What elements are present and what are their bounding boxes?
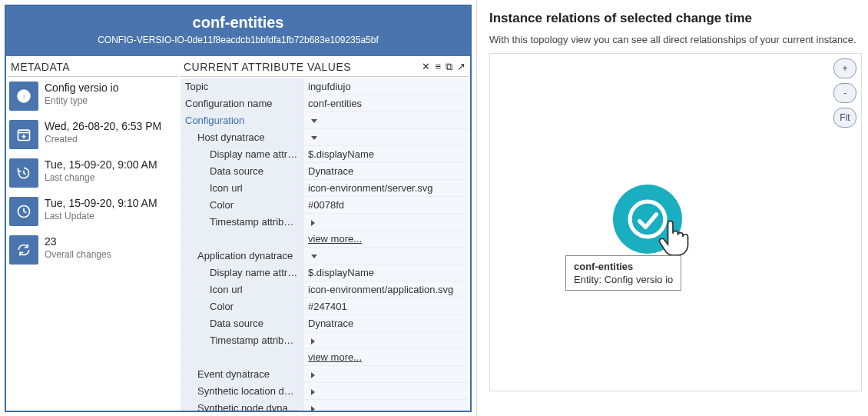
outdent-icon[interactable]: ⧉	[446, 61, 452, 73]
card-header: conf-entities CONFIG-VERSIO-IO-0de11f8ea…	[6, 6, 470, 56]
attribute-key: Display name attribute	[181, 265, 303, 281]
card-subtitle: CONFIG-VERSIO-IO-0de11f8eacdcb1bbfdfa1fb…	[12, 35, 464, 45]
fit-button[interactable]: Fit	[833, 108, 856, 128]
attribute-row: Color#0078fd	[181, 197, 469, 214]
attribute-key: Configuration name	[181, 95, 303, 111]
attribute-key[interactable]	[181, 231, 303, 247]
calendar-plus-icon	[9, 120, 38, 149]
history-icon	[9, 158, 38, 188]
attribute-row[interactable]: Synthetic location dyn…	[181, 383, 469, 400]
popout-icon[interactable]: ↗	[457, 61, 465, 73]
relations-title: Instance relations of selected change ti…	[489, 11, 862, 26]
instance-card: conf-entities CONFIG-VERSIO-IO-0de11f8ea…	[5, 5, 472, 412]
refresh-icon	[9, 235, 38, 265]
node-tooltip: conf-entities Entity: Config versio io	[565, 255, 681, 291]
attribute-value: Dynatrace	[303, 315, 469, 331]
metadata-label: Created	[45, 134, 161, 145]
metadata-section-title: METADATA	[8, 59, 177, 77]
attribute-value	[303, 129, 469, 145]
chevron-right-icon[interactable]	[311, 406, 315, 411]
attribute-key[interactable]: Configuration	[181, 112, 303, 128]
metadata-value: Wed, 26-08-20, 6:53 PM	[45, 120, 161, 132]
list-icon[interactable]: ≡	[435, 61, 441, 73]
zoom-out-button[interactable]: -	[833, 83, 856, 103]
chevron-down-icon[interactable]	[311, 255, 317, 258]
attribute-key: Icon url	[181, 281, 303, 298]
attribute-value: $.displayName	[303, 265, 469, 281]
attribute-value: view more...	[303, 231, 469, 247]
metadata-row: Wed, 26-08-20, 6:53 PMCreated	[8, 118, 177, 157]
shuffle-icon[interactable]: ✕	[422, 61, 430, 73]
metadata-label: Last Update	[45, 211, 157, 221]
chevron-right-icon[interactable]	[311, 220, 315, 226]
attribute-value: #247401	[303, 298, 469, 314]
zoom-in-button[interactable]: +	[833, 58, 856, 78]
attribute-row[interactable]: Synthetic node dynatra…	[181, 400, 469, 411]
attribute-row[interactable]: view more...	[181, 349, 469, 366]
attribute-key[interactable]: Synthetic location dyn…	[181, 383, 303, 399]
attribute-row: Icon urlicon-environment/application.svg	[181, 281, 469, 298]
attribute-value	[303, 332, 469, 348]
attribute-key[interactable]: Synthetic node dynatra…	[181, 400, 303, 411]
attribute-key: Data source	[181, 163, 303, 179]
attribute-value: icon-environment/application.svg	[303, 281, 469, 298]
metadata-value: Tue, 15-09-20, 9:10 AM	[45, 197, 157, 209]
metadata-row: 23Overall changes	[8, 234, 177, 272]
attribute-key[interactable]: Timestamp attributes…	[181, 214, 303, 230]
chevron-right-icon[interactable]	[311, 338, 315, 344]
chevron-right-icon[interactable]	[311, 372, 315, 378]
attributes-section-title: CURRENT ATTRIBUTE VALUES	[184, 61, 351, 73]
attribute-value: Dynatrace	[303, 163, 469, 179]
attribute-row: Topicingufdiujo	[181, 78, 469, 95]
metadata-row: Tue, 15-09-20, 9:00 AMLast change	[8, 157, 177, 195]
attribute-key[interactable]: Event dynatrace	[181, 366, 303, 382]
attribute-row: Configuration nameconf-entities	[181, 95, 469, 112]
metadata-row: iConfig versio ioEntity type	[8, 80, 177, 118]
chevron-right-icon[interactable]	[311, 389, 315, 395]
metadata-row: Tue, 15-09-20, 9:10 AMLast Update	[8, 195, 177, 234]
attribute-value: $.displayName	[303, 146, 469, 162]
attribute-row[interactable]: Configuration	[181, 112, 469, 129]
attribute-row[interactable]: Timestamp attributes…	[181, 214, 469, 231]
attribute-value	[303, 400, 469, 411]
card-title: conf-entities	[12, 14, 464, 32]
tooltip-title: conf-entities	[574, 261, 673, 272]
attribute-row[interactable]: Event dynatrace	[181, 366, 469, 383]
attribute-value	[303, 248, 469, 264]
attribute-value	[303, 383, 469, 399]
graph-node[interactable]: conf-entities Entity: Config versio io	[613, 185, 682, 254]
attribute-key[interactable]	[181, 349, 303, 365]
topology-graph[interactable]: + - Fit conf-entities Entity: Config ver…	[489, 53, 862, 391]
attribute-value: #0078fd	[303, 197, 469, 213]
attribute-row: Color#247401	[181, 298, 469, 315]
tooltip-subtitle: Entity: Config versio io	[574, 274, 673, 285]
attribute-row[interactable]: view more...	[181, 231, 469, 248]
metadata-label: Last change	[45, 172, 157, 183]
view-more-link[interactable]: view more...	[308, 233, 362, 245]
attribute-row: Data sourceDynatrace	[181, 315, 469, 332]
chevron-down-icon[interactable]	[311, 119, 317, 123]
attribute-row[interactable]: Timestamp attributes…	[181, 332, 469, 349]
attribute-value	[303, 366, 469, 382]
attribute-key[interactable]: Timestamp attributes…	[181, 332, 303, 348]
attribute-key: Icon url	[181, 180, 303, 196]
attribute-list[interactable]: TopicingufdiujoConfiguration nameconf-en…	[181, 78, 469, 411]
attribute-value: view more...	[303, 349, 469, 365]
cursor-icon	[653, 217, 693, 257]
attribute-key[interactable]: Host dynatrace	[181, 129, 303, 145]
attribute-row[interactable]: Application dynatrace	[181, 248, 469, 265]
attribute-row: Data sourceDynatrace	[181, 163, 469, 180]
attribute-value: icon-environment/server.svg	[303, 180, 469, 196]
chevron-down-icon[interactable]	[311, 136, 317, 140]
attribute-row[interactable]: Host dynatrace	[181, 129, 469, 146]
attribute-key: Data source	[181, 315, 303, 331]
relations-subtitle: With this topology view you can see all …	[489, 34, 862, 45]
metadata-value: Config versio io	[45, 82, 119, 94]
attribute-row: Display name attribute$.displayName	[181, 265, 469, 281]
attribute-value: conf-entities	[303, 95, 469, 111]
attribute-key: Topic	[181, 78, 303, 95]
attribute-key[interactable]: Application dynatrace	[181, 248, 303, 264]
view-more-link[interactable]: view more...	[308, 351, 362, 363]
attribute-row: Display name attribute$.displayName	[181, 146, 469, 163]
attribute-key: Color	[181, 197, 303, 213]
